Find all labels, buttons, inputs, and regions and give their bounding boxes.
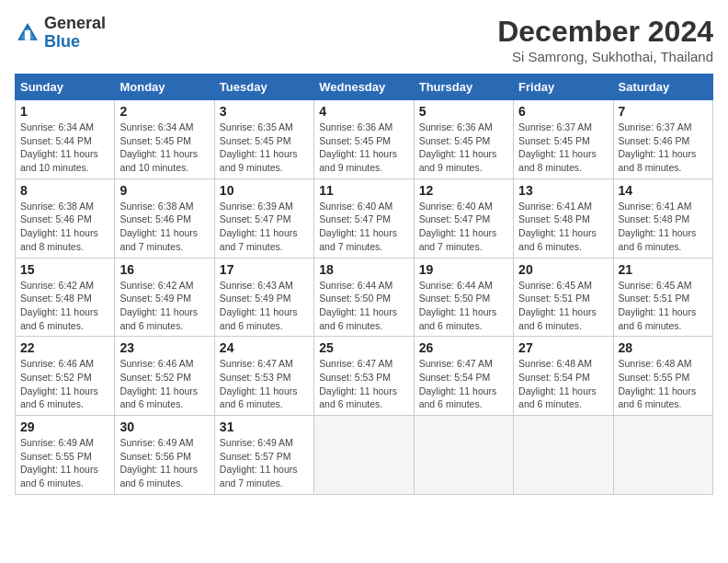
day-detail: Sunrise: 6:41 AM Sunset: 5:48 PM Dayligh…: [619, 200, 708, 254]
header-cell-tuesday: Tuesday: [214, 75, 313, 100]
day-number: 17: [220, 262, 309, 277]
day-number: 9: [119, 183, 209, 198]
logo: General Blue: [15, 15, 106, 52]
week-row-4: 22Sunrise: 6:46 AM Sunset: 5:52 PM Dayli…: [16, 337, 713, 416]
day-cell: [314, 416, 414, 495]
day-detail: Sunrise: 6:46 AM Sunset: 5:52 PM Dayligh…: [20, 357, 109, 411]
day-cell: 21Sunrise: 6:45 AM Sunset: 5:51 PM Dayli…: [613, 258, 712, 337]
day-cell: [613, 416, 712, 495]
day-number: 13: [518, 183, 608, 198]
header-row: SundayMondayTuesdayWednesdayThursdayFrid…: [16, 75, 713, 100]
day-cell: 9Sunrise: 6:38 AM Sunset: 5:46 PM Daylig…: [115, 178, 214, 258]
day-detail: Sunrise: 6:48 AM Sunset: 5:55 PM Dayligh…: [619, 357, 708, 411]
day-detail: Sunrise: 6:45 AM Sunset: 5:51 PM Dayligh…: [619, 279, 708, 333]
day-number: 24: [220, 340, 309, 355]
day-cell: 28Sunrise: 6:48 AM Sunset: 5:55 PM Dayli…: [613, 337, 712, 416]
day-cell: 27Sunrise: 6:48 AM Sunset: 5:54 PM Dayli…: [514, 337, 613, 416]
calendar-header: SundayMondayTuesdayWednesdayThursdayFrid…: [16, 75, 713, 100]
day-cell: 1Sunrise: 6:34 AM Sunset: 5:44 PM Daylig…: [16, 100, 115, 179]
day-number: 14: [619, 183, 708, 198]
day-number: 31: [220, 419, 309, 434]
day-cell: 18Sunrise: 6:44 AM Sunset: 5:50 PM Dayli…: [314, 258, 414, 337]
day-detail: Sunrise: 6:44 AM Sunset: 5:50 PM Dayligh…: [419, 279, 508, 333]
day-detail: Sunrise: 6:36 AM Sunset: 5:45 PM Dayligh…: [419, 121, 508, 175]
day-cell: 11Sunrise: 6:40 AM Sunset: 5:47 PM Dayli…: [314, 178, 414, 258]
logo-text: General Blue: [44, 15, 106, 52]
day-cell: 13Sunrise: 6:41 AM Sunset: 5:48 PM Dayli…: [514, 178, 613, 258]
day-cell: 14Sunrise: 6:41 AM Sunset: 5:48 PM Dayli…: [613, 178, 712, 258]
day-detail: Sunrise: 6:39 AM Sunset: 5:47 PM Dayligh…: [220, 200, 309, 254]
svg-rect-3: [25, 30, 30, 40]
day-number: 11: [319, 183, 408, 198]
day-detail: Sunrise: 6:35 AM Sunset: 5:45 PM Dayligh…: [220, 121, 309, 175]
day-number: 2: [119, 104, 209, 119]
day-cell: 15Sunrise: 6:42 AM Sunset: 5:48 PM Dayli…: [16, 258, 115, 337]
logo-general: General: [44, 15, 106, 33]
day-number: 16: [119, 262, 209, 277]
day-number: 23: [119, 340, 209, 355]
header-cell-saturday: Saturday: [613, 75, 712, 100]
location: Si Samrong, Sukhothai, Thailand: [497, 49, 713, 64]
day-cell: 26Sunrise: 6:47 AM Sunset: 5:54 PM Dayli…: [414, 337, 513, 416]
day-detail: Sunrise: 6:45 AM Sunset: 5:51 PM Dayligh…: [518, 279, 608, 333]
day-detail: Sunrise: 6:48 AM Sunset: 5:54 PM Dayligh…: [518, 357, 608, 411]
day-cell: 10Sunrise: 6:39 AM Sunset: 5:47 PM Dayli…: [214, 178, 313, 258]
day-number: 7: [619, 104, 708, 119]
day-number: 3: [220, 104, 309, 119]
day-number: 25: [319, 340, 408, 355]
logo-icon: [15, 20, 40, 46]
day-detail: Sunrise: 6:36 AM Sunset: 5:45 PM Dayligh…: [319, 121, 408, 175]
day-detail: Sunrise: 6:47 AM Sunset: 5:53 PM Dayligh…: [220, 357, 309, 411]
day-number: 21: [619, 262, 708, 277]
page-header: General Blue December 2024 Si Samrong, S…: [15, 15, 713, 64]
day-number: 15: [20, 262, 109, 277]
day-detail: Sunrise: 6:42 AM Sunset: 5:49 PM Dayligh…: [119, 279, 209, 333]
day-detail: Sunrise: 6:38 AM Sunset: 5:46 PM Dayligh…: [119, 200, 209, 254]
day-number: 10: [220, 183, 309, 198]
day-cell: 17Sunrise: 6:43 AM Sunset: 5:49 PM Dayli…: [214, 258, 313, 337]
day-number: 12: [419, 183, 508, 198]
day-number: 22: [20, 340, 109, 355]
day-number: 8: [20, 183, 109, 198]
day-number: 27: [518, 340, 608, 355]
day-cell: [514, 416, 613, 495]
day-cell: 19Sunrise: 6:44 AM Sunset: 5:50 PM Dayli…: [414, 258, 513, 337]
day-detail: Sunrise: 6:42 AM Sunset: 5:48 PM Dayligh…: [20, 279, 109, 333]
day-number: 19: [419, 262, 508, 277]
day-detail: Sunrise: 6:34 AM Sunset: 5:44 PM Dayligh…: [20, 121, 109, 175]
day-number: 5: [419, 104, 508, 119]
day-cell: 31Sunrise: 6:49 AM Sunset: 5:57 PM Dayli…: [214, 416, 313, 495]
day-detail: Sunrise: 6:47 AM Sunset: 5:53 PM Dayligh…: [319, 357, 408, 411]
header-cell-thursday: Thursday: [414, 75, 513, 100]
day-detail: Sunrise: 6:47 AM Sunset: 5:54 PM Dayligh…: [419, 357, 508, 411]
day-cell: 7Sunrise: 6:37 AM Sunset: 5:46 PM Daylig…: [613, 100, 712, 179]
day-detail: Sunrise: 6:49 AM Sunset: 5:57 PM Dayligh…: [220, 436, 309, 490]
day-cell: 20Sunrise: 6:45 AM Sunset: 5:51 PM Dayli…: [514, 258, 613, 337]
day-number: 26: [419, 340, 508, 355]
day-detail: Sunrise: 6:34 AM Sunset: 5:45 PM Dayligh…: [119, 121, 209, 175]
day-detail: Sunrise: 6:41 AM Sunset: 5:48 PM Dayligh…: [518, 200, 608, 254]
day-number: 28: [619, 340, 708, 355]
day-detail: Sunrise: 6:37 AM Sunset: 5:46 PM Dayligh…: [619, 121, 708, 175]
day-number: 29: [20, 419, 109, 434]
day-number: 30: [119, 419, 209, 434]
day-number: 1: [20, 104, 109, 119]
day-cell: 12Sunrise: 6:40 AM Sunset: 5:47 PM Dayli…: [414, 178, 513, 258]
logo-blue: Blue: [44, 33, 106, 52]
day-detail: Sunrise: 6:43 AM Sunset: 5:49 PM Dayligh…: [220, 279, 309, 333]
day-cell: 5Sunrise: 6:36 AM Sunset: 5:45 PM Daylig…: [414, 100, 513, 179]
week-row-1: 1Sunrise: 6:34 AM Sunset: 5:44 PM Daylig…: [16, 100, 713, 179]
day-cell: 6Sunrise: 6:37 AM Sunset: 5:45 PM Daylig…: [514, 100, 613, 179]
day-cell: 4Sunrise: 6:36 AM Sunset: 5:45 PM Daylig…: [314, 100, 414, 179]
day-cell: 24Sunrise: 6:47 AM Sunset: 5:53 PM Dayli…: [214, 337, 313, 416]
calendar-table: SundayMondayTuesdayWednesdayThursdayFrid…: [15, 74, 713, 495]
month-title: December 2024: [497, 15, 713, 49]
day-cell: 22Sunrise: 6:46 AM Sunset: 5:52 PM Dayli…: [16, 337, 115, 416]
day-number: 4: [319, 104, 408, 119]
day-cell: 8Sunrise: 6:38 AM Sunset: 5:46 PM Daylig…: [16, 178, 115, 258]
week-row-3: 15Sunrise: 6:42 AM Sunset: 5:48 PM Dayli…: [16, 258, 713, 337]
header-cell-monday: Monday: [115, 75, 214, 100]
header-cell-wednesday: Wednesday: [314, 75, 414, 100]
day-detail: Sunrise: 6:49 AM Sunset: 5:56 PM Dayligh…: [119, 436, 209, 490]
day-detail: Sunrise: 6:44 AM Sunset: 5:50 PM Dayligh…: [319, 279, 408, 333]
